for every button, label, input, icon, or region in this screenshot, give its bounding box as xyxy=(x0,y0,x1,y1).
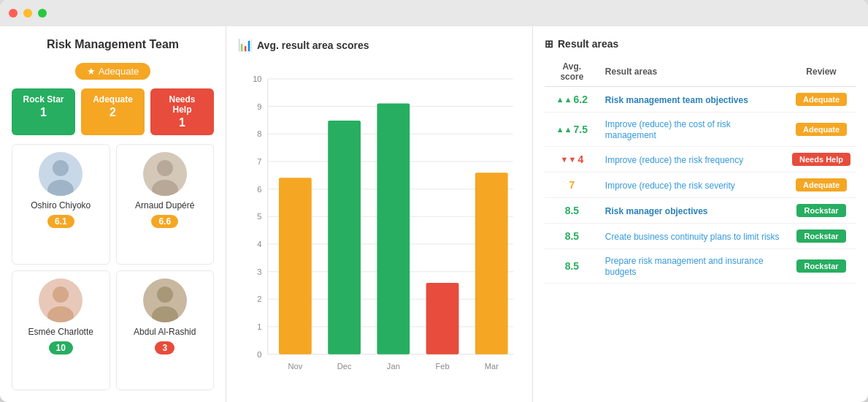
score-value-6: 8.5 xyxy=(565,260,579,272)
review-cell-6: Rockstar xyxy=(786,249,856,284)
area-name-cell-1: Improve (reduce) the cost of risk manage… xyxy=(599,113,786,147)
avatar-arnaud xyxy=(143,152,187,196)
svg-point-7 xyxy=(53,287,69,303)
score-cell-3: 7 xyxy=(545,172,599,198)
area-name-1: Improve (reduce) the cost of risk manage… xyxy=(605,119,731,140)
svg-text:Feb: Feb xyxy=(435,362,449,371)
score-cell-1: ▲▲ 7.5 xyxy=(545,113,599,147)
maximize-button[interactable] xyxy=(38,9,47,18)
svg-text:Dec: Dec xyxy=(337,362,352,371)
team-member-2: Esmée Charlotte 10 xyxy=(12,270,110,391)
left-panel: Risk Management Team ★ Adequate Rock Sta… xyxy=(0,26,226,402)
score-value-3: 7 xyxy=(569,179,575,191)
svg-rect-39 xyxy=(475,172,508,354)
area-name-2: Improve (reduce) the risk frequency xyxy=(605,155,743,165)
svg-text:Mar: Mar xyxy=(485,362,499,371)
score-value-0: 6.2 xyxy=(574,94,588,105)
bar-chart: 10 9 8 7 6 5 4 3 2 1 0 xyxy=(238,58,521,390)
score-badges: Rock Star 1 Adequate 2 Needs Help 1 xyxy=(12,88,214,135)
table-row-2: ▼▼ 4Improve (reduce) the risk frequencyN… xyxy=(545,147,856,172)
area-name-3: Improve (reduce) the risk severity xyxy=(605,181,735,191)
table-row-4: 8.5Risk manager objectivesRockstar xyxy=(545,198,856,224)
member-name-0: Oshiro Chiyoko xyxy=(31,200,91,211)
member-name-2: Esmée Charlotte xyxy=(28,327,93,337)
svg-text:5: 5 xyxy=(257,212,261,221)
title-bar xyxy=(0,0,868,26)
area-name-6: Prepare risk management and insurance bu… xyxy=(605,256,764,277)
review-cell-1: Adequate xyxy=(786,113,856,147)
area-name-cell-3: Improve (reduce) the risk severity xyxy=(599,172,786,198)
score-value-4: 8.5 xyxy=(565,205,579,216)
review-badge-1: Adequate xyxy=(796,123,847,136)
review-badge-5: Rockstar xyxy=(796,230,845,243)
results-table: Avg. score Result areas Review ▲▲ 6.2Ris… xyxy=(545,57,856,284)
chart-panel: 📊 Avg. result area scores xyxy=(226,26,533,402)
svg-text:Nov: Nov xyxy=(288,362,302,371)
area-name-cell-6: Prepare risk management and insurance bu… xyxy=(599,249,786,284)
score-cell-2: ▼▼ 4 xyxy=(545,147,599,172)
overall-badge: ★ Adequate xyxy=(75,63,151,80)
chart-title: 📊 Avg. result area scores xyxy=(238,38,521,52)
area-name-cell-0: Risk management team objectives xyxy=(599,87,786,113)
score-cell-4: 8.5 xyxy=(545,198,599,224)
review-cell-4: Rockstar xyxy=(786,198,856,224)
score-cell-6: 8.5 xyxy=(545,249,599,284)
score-value-5: 8.5 xyxy=(565,230,579,242)
svg-text:10: 10 xyxy=(253,75,261,83)
score-cell-0: ▲▲ 6.2 xyxy=(545,87,599,113)
svg-text:1: 1 xyxy=(257,322,261,331)
col-avg-score: Avg. score xyxy=(545,57,599,87)
area-name-cell-4: Risk manager objectives xyxy=(599,198,786,224)
team-member-3: Abdul Al-Rashid 3 xyxy=(116,270,215,391)
svg-rect-37 xyxy=(377,104,410,354)
review-badge-0: Adequate xyxy=(796,93,847,106)
needshelp-badge: Needs Help 1 xyxy=(150,88,214,135)
review-badge-2: Needs Help xyxy=(792,153,850,166)
svg-point-10 xyxy=(157,287,173,303)
team-member-0: Oshiro Chiyoko 6.1 xyxy=(12,144,110,265)
team-grid: Oshiro Chiyoko 6.1 Arnaud Dupéré 6.6 xyxy=(12,144,214,390)
svg-text:0: 0 xyxy=(257,350,261,359)
review-cell-3: Adequate xyxy=(786,172,856,198)
close-button[interactable] xyxy=(9,9,18,18)
svg-rect-38 xyxy=(426,283,459,354)
member-name-1: Arnaud Dupéré xyxy=(135,200,194,211)
star-icon: ★ xyxy=(87,66,96,77)
score-value-2: 4 xyxy=(577,153,583,165)
svg-text:7: 7 xyxy=(257,157,261,166)
table-row-1: ▲▲ 7.5Improve (reduce) the cost of risk … xyxy=(545,113,856,147)
svg-text:4: 4 xyxy=(257,240,261,249)
results-title: ⊞ Result areas xyxy=(545,38,856,50)
avatar-abdul xyxy=(143,278,187,322)
col-review: Review xyxy=(786,57,856,87)
svg-rect-35 xyxy=(279,178,312,354)
svg-point-4 xyxy=(157,160,173,176)
area-name-cell-2: Improve (reduce) the risk frequency xyxy=(599,147,786,172)
table-row-3: 7Improve (reduce) the risk severityAdequ… xyxy=(545,172,856,198)
arrow-up-icon: ▲▲ xyxy=(556,125,572,134)
area-name-cell-5: Create business continuity plans to limi… xyxy=(599,224,786,249)
table-row-5: 8.5Create business continuity plans to l… xyxy=(545,224,856,249)
svg-text:6: 6 xyxy=(257,185,261,194)
area-name-5: Create business continuity plans to limi… xyxy=(605,232,780,242)
table-row-6: 8.5Prepare risk management and insurance… xyxy=(545,249,856,284)
area-name-0: Risk management team objectives xyxy=(605,95,748,105)
member-score-3: 3 xyxy=(155,341,174,354)
chart-icon: 📊 xyxy=(238,38,253,52)
score-cell-5: 8.5 xyxy=(545,224,599,249)
col-result-areas: Result areas xyxy=(599,57,786,87)
svg-text:2: 2 xyxy=(257,295,261,303)
member-score-1: 6.6 xyxy=(151,215,178,228)
review-cell-0: Adequate xyxy=(786,87,856,113)
minimize-button[interactable] xyxy=(23,9,32,18)
score-value-1: 7.5 xyxy=(574,124,588,135)
team-member-1: Arnaud Dupéré 6.6 xyxy=(116,144,215,265)
svg-text:9: 9 xyxy=(257,102,261,111)
avatar-oshiro xyxy=(39,152,82,196)
member-score-2: 10 xyxy=(49,341,73,354)
rockstar-badge: Rock Star 1 xyxy=(12,88,75,135)
table-row-0: ▲▲ 6.2Risk management team objectivesAde… xyxy=(545,87,856,113)
svg-text:3: 3 xyxy=(257,268,261,276)
arrow-up-icon: ▲▲ xyxy=(556,95,572,104)
review-badge-3: Adequate xyxy=(796,178,847,191)
